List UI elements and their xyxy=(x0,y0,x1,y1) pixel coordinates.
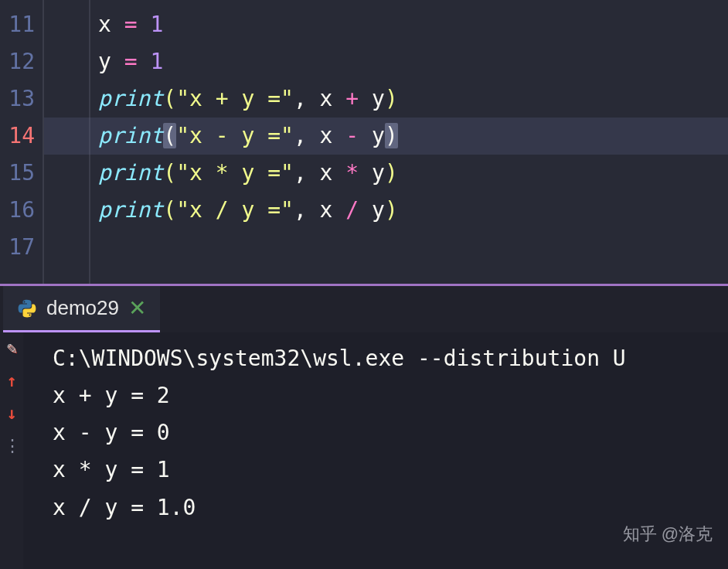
code-token: , xyxy=(294,123,320,148)
line-number-gutter: 11121314151617 xyxy=(0,0,44,284)
terminal-tab-bar: demo29 ✕ xyxy=(0,286,728,332)
line-number: 13 xyxy=(0,80,43,118)
code-token: - xyxy=(345,123,359,148)
code-line[interactable]: x = 1 xyxy=(44,6,728,43)
code-token: * xyxy=(345,160,359,186)
terminal-panel: ✎ ↑ ↓ ⋮ C:\WINDOWS\system32\wsl.exe --di… xyxy=(0,332,728,569)
code-line[interactable]: print("x * y =", x * y) xyxy=(44,155,728,192)
line-number: 14 xyxy=(0,118,43,155)
code-token xyxy=(138,12,151,37)
code-token: ) xyxy=(385,160,398,186)
code-token: = xyxy=(124,49,138,74)
code-area[interactable]: x = 1y = 1print("x + y =", x + y)print("… xyxy=(44,0,728,284)
code-token: ( xyxy=(163,123,176,148)
code-token: , xyxy=(294,197,320,223)
code-line[interactable]: print("x - y =", x - y) xyxy=(44,118,728,155)
terminal-tab-demo29[interactable]: demo29 ✕ xyxy=(3,286,160,332)
code-token: ) xyxy=(385,123,398,148)
code-token: ( xyxy=(163,160,176,186)
code-token: y xyxy=(359,86,385,111)
code-token: = xyxy=(124,12,138,37)
code-token: ) xyxy=(385,86,398,111)
code-token: print xyxy=(98,123,163,148)
arrow-down-icon[interactable]: ↓ xyxy=(6,405,16,422)
code-token: + xyxy=(345,86,359,111)
code-token: y xyxy=(359,123,385,148)
code-token: "x + y =" xyxy=(176,86,294,111)
code-token: print xyxy=(98,160,163,186)
code-token: x xyxy=(320,160,346,186)
code-editor[interactable]: 11121314151617 x = 1y = 1print("x + y ="… xyxy=(0,0,728,284)
code-token: "x - y =" xyxy=(176,123,294,148)
code-token: "x / y =" xyxy=(176,197,294,223)
code-token: ) xyxy=(385,197,398,223)
line-number: 16 xyxy=(0,192,43,229)
code-token: x xyxy=(98,12,124,37)
code-token xyxy=(138,49,151,74)
code-token: / xyxy=(345,197,359,223)
code-token: 1 xyxy=(150,49,163,74)
line-number: 11 xyxy=(0,6,43,43)
code-token: x xyxy=(320,123,346,148)
code-line[interactable] xyxy=(44,229,728,266)
line-number: 17 xyxy=(0,229,43,266)
terminal-output[interactable]: C:\WINDOWS\system32\wsl.exe --distributi… xyxy=(23,332,728,569)
terminal-action-gutter: ✎ ↑ ↓ ⋮ xyxy=(0,332,23,569)
code-line[interactable]: print("x + y =", x + y) xyxy=(44,80,728,118)
code-line[interactable]: y = 1 xyxy=(44,43,728,80)
code-token: print xyxy=(98,197,163,223)
pencil-icon[interactable]: ✎ xyxy=(6,340,16,357)
code-token: y xyxy=(98,49,124,74)
close-icon[interactable]: ✕ xyxy=(128,298,146,319)
python-file-icon xyxy=(17,298,37,319)
more-dots-icon[interactable]: ⋮ xyxy=(4,438,19,455)
code-token: y xyxy=(359,197,385,223)
code-token: ( xyxy=(163,86,176,111)
tab-label: demo29 xyxy=(46,296,119,320)
code-token: x xyxy=(320,197,346,223)
code-token: , xyxy=(294,160,320,186)
arrow-up-icon[interactable]: ↑ xyxy=(6,373,16,390)
code-token: 1 xyxy=(150,12,163,37)
code-token: ( xyxy=(163,197,176,223)
code-token: y xyxy=(359,160,385,186)
line-number: 15 xyxy=(0,155,43,192)
code-token: x xyxy=(320,86,346,111)
code-token: , xyxy=(294,86,320,111)
code-line[interactable]: print("x / y =", x / y) xyxy=(44,192,728,229)
code-token: print xyxy=(98,86,163,111)
line-number: 12 xyxy=(0,43,43,80)
code-token: "x * y =" xyxy=(176,160,294,186)
